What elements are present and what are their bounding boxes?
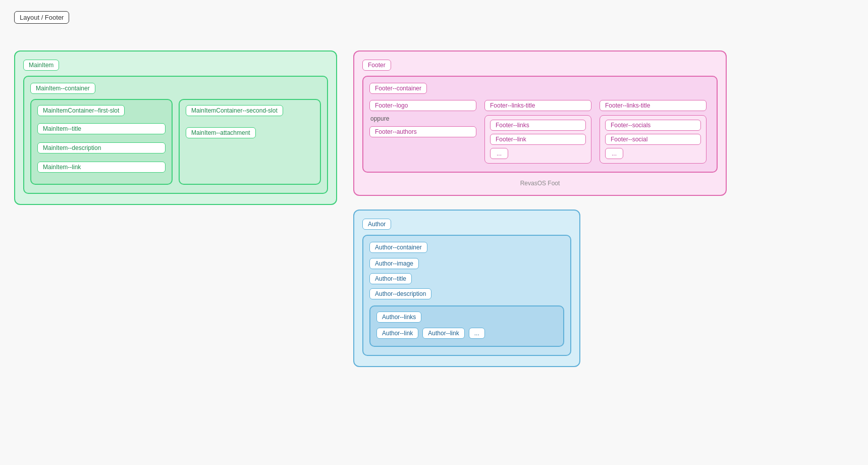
author-link-2: Author--link bbox=[422, 328, 464, 339]
author-image: Author--image bbox=[369, 258, 419, 269]
main-item-description: MainItem--description bbox=[37, 142, 166, 153]
author-description: Author--description bbox=[369, 288, 431, 299]
author-link-dots: ... bbox=[469, 328, 485, 339]
footer-bottom-label: RevasOS Foot bbox=[362, 178, 718, 187]
footer-links-group: Footer--links Footer--link ... bbox=[484, 115, 591, 164]
footer-links-title-2: Footer--links-title bbox=[600, 100, 707, 111]
footer-col-1: Footer--logo oppure Footer--authors bbox=[369, 100, 480, 164]
footer-inner-row: Footer--logo oppure Footer--authors Foot… bbox=[369, 100, 711, 164]
breadcrumb: Layout / Footer bbox=[14, 11, 69, 24]
second-slot: MainItemContainer--second-slot MainItem-… bbox=[179, 99, 321, 185]
main-item-outer: MainItem MainItem--container MainItemCon… bbox=[14, 50, 337, 205]
author-container-label: Author--container bbox=[369, 242, 427, 253]
first-slot-label: MainItemContainer--first-slot bbox=[37, 105, 125, 116]
main-item-link: MainItem--link bbox=[37, 162, 166, 173]
author-links-group: Author--links Author--link Author--link … bbox=[369, 305, 564, 347]
author-link-1: Author--link bbox=[376, 328, 418, 339]
main-item-container-label: MainItem--container bbox=[30, 83, 95, 94]
footer-label: Footer bbox=[362, 60, 391, 71]
slots-row: MainItemContainer--first-slot MainItem--… bbox=[30, 99, 321, 185]
main-item-label: MainItem bbox=[23, 60, 59, 71]
footer-links-dots: ... bbox=[490, 148, 508, 159]
footer-authors: Footer--authors bbox=[369, 126, 476, 137]
footer-outer: Footer Footer--container Footer--logo op… bbox=[353, 50, 727, 196]
footer-links-title-1: Footer--links-title bbox=[484, 100, 591, 111]
main-item-title: MainItem--title bbox=[37, 123, 166, 134]
first-slot: MainItemContainer--first-slot MainItem--… bbox=[30, 99, 173, 185]
footer-logo: Footer--logo bbox=[369, 100, 476, 111]
footer-col-3: Footer--links-title Footer--socials Foot… bbox=[595, 100, 711, 164]
second-slot-label: MainItemContainer--second-slot bbox=[186, 105, 283, 116]
author-outer: Author Author--container Author--image A… bbox=[353, 210, 580, 367]
footer-links: Footer--links bbox=[490, 120, 586, 131]
author-label: Author bbox=[362, 219, 391, 230]
footer-container: Footer--container Footer--logo oppure Fo… bbox=[362, 76, 718, 173]
footer-oppure-text: oppure bbox=[369, 115, 476, 122]
footer-social: Footer--social bbox=[605, 134, 701, 145]
author-title: Author--title bbox=[369, 273, 412, 284]
author-links-label: Author--links bbox=[376, 312, 421, 323]
footer-socials-group: Footer--socials Footer--social ... bbox=[600, 115, 707, 164]
main-item-container: MainItem--container MainItemContainer--f… bbox=[23, 76, 328, 194]
author-container: Author--container Author--image Author--… bbox=[362, 235, 571, 356]
author-links-row: Author--link Author--link ... bbox=[376, 328, 557, 339]
main-item-attachment: MainItem--attachment bbox=[186, 127, 256, 138]
footer-socials: Footer--socials bbox=[605, 120, 701, 131]
footer-col-2: Footer--links-title Footer--links Footer… bbox=[480, 100, 595, 164]
footer-socials-dots: ... bbox=[605, 148, 623, 159]
footer-container-label: Footer--container bbox=[369, 83, 427, 94]
footer-link: Footer--link bbox=[490, 134, 586, 145]
